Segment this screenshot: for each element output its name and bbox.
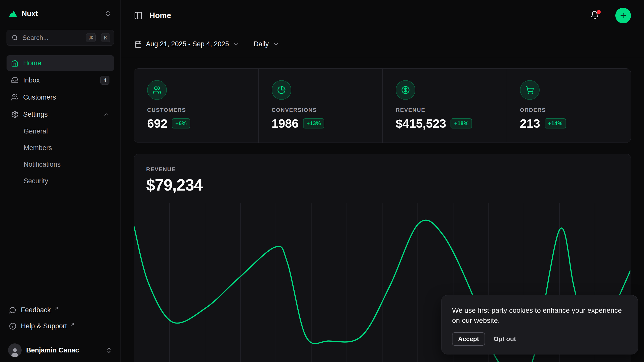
search-input[interactable]: Search... ⌘ K bbox=[7, 30, 114, 46]
help-support-link[interactable]: Help & Support bbox=[7, 319, 114, 333]
stat-card-conversions[interactable]: CONVERSIONS 1986 +13% bbox=[258, 69, 383, 143]
stat-value: 692 bbox=[147, 116, 167, 130]
date-range-picker[interactable]: Aug 21, 2025 - Sep 4, 2025 bbox=[130, 37, 244, 52]
stat-value: $415,523 bbox=[396, 116, 446, 130]
date-range-value: Aug 21, 2025 - Sep 4, 2025 bbox=[146, 40, 229, 48]
interval-select[interactable]: Daily bbox=[249, 37, 284, 52]
chevron-down-icon bbox=[233, 41, 239, 48]
filter-toolbar: Aug 21, 2025 - Sep 4, 2025 Daily bbox=[121, 31, 644, 57]
inbox-unread-badge: 4 bbox=[100, 76, 109, 85]
plus-icon bbox=[619, 12, 627, 19]
feedback-link[interactable]: Feedback bbox=[7, 303, 114, 317]
stat-label: CONVERSIONS bbox=[272, 107, 370, 113]
cookie-accept-button[interactable]: Accept bbox=[452, 332, 485, 346]
stat-delta-badge: +14% bbox=[545, 118, 566, 128]
stat-card-revenue[interactable]: REVENUE $415,523 +18% bbox=[382, 69, 507, 143]
pie-chart-icon bbox=[277, 86, 286, 94]
unread-dot bbox=[597, 10, 601, 14]
kbd-meta: ⌘ bbox=[86, 33, 96, 42]
page-title: Home bbox=[149, 11, 584, 20]
chat-bubble-icon bbox=[9, 306, 16, 314]
kbd-k: K bbox=[101, 33, 110, 42]
gear-icon bbox=[11, 111, 19, 118]
sidebar-item-inbox[interactable]: Inbox 4 bbox=[7, 72, 114, 88]
dollar-icon bbox=[401, 86, 410, 94]
avatar bbox=[8, 343, 22, 357]
stat-card-customers[interactable]: CUSTOMERS 692 +6% bbox=[134, 69, 258, 143]
stat-delta-badge: +6% bbox=[172, 118, 190, 128]
workspace-switcher[interactable]: Nuxt bbox=[7, 8, 114, 20]
sidebar-item-general[interactable]: General bbox=[7, 124, 114, 139]
sidebar-item-security[interactable]: Security bbox=[7, 173, 114, 189]
chevrons-up-down-icon bbox=[104, 10, 111, 17]
stat-delta-badge: +13% bbox=[303, 118, 325, 128]
external-link-icon bbox=[70, 322, 75, 327]
user-menu[interactable]: Benjamin Canac bbox=[0, 339, 120, 362]
workspace-name: Nuxt bbox=[22, 10, 100, 18]
sidebar-item-settings[interactable]: Settings bbox=[7, 107, 114, 122]
sidebar-item-label: Home bbox=[23, 59, 109, 67]
sidebar-footer: Feedback Help & Support bbox=[7, 303, 114, 339]
sidebar-toggle-icon[interactable] bbox=[134, 11, 143, 20]
help-support-label: Help & Support bbox=[21, 322, 67, 330]
sidebar-nav: Home Inbox 4 Customers Settings General … bbox=[7, 55, 114, 303]
info-icon bbox=[9, 323, 16, 330]
user-name: Benjamin Canac bbox=[26, 346, 101, 354]
stat-card-orders[interactable]: ORDERS 213 +14% bbox=[507, 69, 631, 143]
chevrons-up-down-icon bbox=[105, 347, 112, 354]
cookie-optout-button[interactable]: Opt out bbox=[489, 332, 521, 346]
page-header: Home bbox=[121, 0, 644, 31]
search-icon bbox=[11, 34, 18, 41]
sidebar-item-members[interactable]: Members bbox=[7, 140, 114, 155]
stat-label: CUSTOMERS bbox=[147, 107, 245, 113]
home-icon bbox=[11, 59, 19, 67]
sidebar-item-label: Settings bbox=[23, 111, 98, 118]
revenue-panel-label: REVENUE bbox=[146, 166, 619, 173]
cart-icon bbox=[526, 86, 534, 94]
sidebar-item-home[interactable]: Home bbox=[7, 55, 114, 71]
revenue-panel-value: $79,234 bbox=[146, 176, 619, 194]
cookie-message: We use first-party cookies to enhance yo… bbox=[452, 305, 627, 326]
chevron-up-icon bbox=[103, 111, 109, 118]
stat-label: ORDERS bbox=[520, 107, 618, 113]
stat-value: 1986 bbox=[272, 116, 299, 130]
new-item-button[interactable] bbox=[615, 8, 631, 23]
stat-label: REVENUE bbox=[396, 107, 494, 113]
users-icon bbox=[11, 94, 19, 101]
search-placeholder: Search... bbox=[22, 34, 80, 42]
sidebar-item-label: Customers bbox=[23, 94, 109, 101]
sidebar-item-notifications[interactable]: Notifications bbox=[7, 157, 114, 172]
revenue-panel-header: REVENUE $79,234 bbox=[134, 154, 631, 194]
external-link-icon bbox=[54, 306, 59, 311]
stats-grid: CUSTOMERS 692 +6% CONVERSIONS 1986 +13% … bbox=[134, 68, 631, 143]
feedback-label: Feedback bbox=[21, 306, 51, 314]
interval-value: Daily bbox=[254, 40, 269, 48]
stat-delta-badge: +18% bbox=[451, 118, 472, 128]
calendar-icon bbox=[134, 40, 142, 48]
chevron-down-icon bbox=[273, 41, 279, 48]
sidebar-item-customers[interactable]: Customers bbox=[7, 89, 114, 105]
sidebar-item-label: Inbox bbox=[23, 76, 96, 84]
inbox-icon bbox=[11, 76, 19, 84]
users-icon bbox=[153, 86, 161, 94]
cookie-banner: We use first-party cookies to enhance yo… bbox=[441, 295, 638, 354]
nuxt-logo-icon bbox=[9, 9, 18, 18]
stat-value: 213 bbox=[520, 116, 540, 130]
sidebar: Nuxt Search... ⌘ K Home Inbox 4 Customer… bbox=[0, 0, 121, 362]
notifications-button[interactable] bbox=[590, 11, 600, 21]
